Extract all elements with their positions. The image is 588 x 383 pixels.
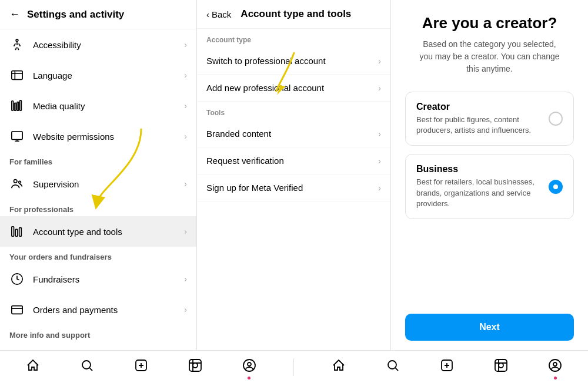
middle-item-add-professional[interactable]: Add new professional account › bbox=[197, 75, 390, 102]
creator-option-title: Creator bbox=[416, 102, 539, 112]
chevron-icon: › bbox=[184, 305, 187, 314]
next-button[interactable]: Next bbox=[405, 314, 574, 341]
chevron-icon: › bbox=[184, 274, 187, 284]
sidebar-item-label: Media quality bbox=[33, 101, 176, 111]
sidebar-item-language[interactable]: Language › bbox=[0, 60, 196, 90]
business-option-content: Business Best for retailers, local busin… bbox=[416, 164, 539, 209]
middle-item-branded-content[interactable]: Branded content › bbox=[197, 120, 390, 147]
chevron-icon: › bbox=[184, 70, 187, 80]
item-label: Request verification bbox=[206, 156, 378, 166]
svg-rect-6 bbox=[12, 132, 22, 140]
svg-point-8 bbox=[19, 181, 21, 183]
sidebar-item-account-type[interactable]: Account type and tools › bbox=[0, 216, 196, 247]
middle-item-request-verification[interactable]: Request verification › bbox=[197, 147, 390, 174]
creator-option-desc: Best for public figures, content produce… bbox=[416, 115, 539, 136]
sidebar-item-accessibility[interactable]: Accessibility › bbox=[0, 29, 196, 60]
nav-reels-left[interactable] bbox=[183, 356, 207, 378]
accessibility-icon bbox=[9, 37, 25, 52]
nav-profile-right[interactable] bbox=[543, 356, 567, 378]
nav-search-right[interactable] bbox=[381, 356, 405, 378]
left-header: ← Settings and activity bbox=[0, 0, 196, 29]
sidebar-item-orders-payments[interactable]: Orders and payments › bbox=[0, 294, 196, 325]
settings-list: Accessibility › Language › Media quality… bbox=[0, 29, 196, 350]
sidebar-item-label: Orders and payments bbox=[33, 305, 176, 315]
chevron-icon: › bbox=[184, 40, 187, 49]
chevron-icon: › bbox=[184, 101, 187, 110]
sidebar-item-label: Fundraisers bbox=[33, 274, 176, 284]
svg-rect-1 bbox=[12, 71, 22, 80]
svg-rect-10 bbox=[15, 229, 18, 236]
svg-point-7 bbox=[14, 180, 18, 183]
profile-dot-right bbox=[554, 377, 557, 379]
back-chevron-icon: ‹ bbox=[206, 9, 209, 19]
creator-radio[interactable] bbox=[549, 112, 563, 126]
sidebar-item-website-permissions[interactable]: Website permissions › bbox=[0, 121, 196, 152]
nav-profile-left[interactable] bbox=[238, 356, 261, 378]
add-icon bbox=[134, 358, 148, 376]
chevron-icon: › bbox=[378, 129, 381, 139]
sidebar-item-fundraisers[interactable]: Fundraisers › bbox=[0, 264, 196, 294]
middle-item-switch-professional[interactable]: Switch to professional account › bbox=[197, 48, 390, 75]
sidebar-item-supervision[interactable]: Supervision › bbox=[0, 169, 196, 199]
home-icon-right bbox=[332, 358, 346, 376]
svg-rect-9 bbox=[12, 227, 14, 237]
profile-icon bbox=[242, 358, 256, 376]
middle-section-account-type: Account type bbox=[197, 29, 390, 48]
middle-item-meta-verified[interactable]: Sign up for Meta Verified › bbox=[197, 174, 390, 201]
svg-rect-11 bbox=[19, 228, 22, 237]
chevron-icon: › bbox=[184, 179, 187, 189]
search-icon bbox=[80, 358, 94, 376]
fundraisers-icon bbox=[9, 271, 25, 287]
radio-inner-dot bbox=[553, 184, 558, 189]
section-label-support: More info and support bbox=[0, 325, 196, 342]
back-icon[interactable]: ← bbox=[9, 8, 20, 21]
chevron-icon: › bbox=[378, 156, 381, 166]
item-label: Sign up for Meta Verified bbox=[206, 183, 378, 193]
nav-add-left[interactable] bbox=[129, 356, 153, 378]
account-type-icon bbox=[9, 224, 25, 239]
business-option-card[interactable]: Business Best for retailers, local busin… bbox=[405, 154, 574, 219]
svg-rect-17 bbox=[189, 360, 201, 371]
sidebar-item-label: Account type and tools bbox=[33, 227, 176, 237]
sidebar-item-label: Accessibility bbox=[33, 40, 176, 50]
supervision-icon bbox=[9, 176, 25, 192]
svg-rect-2 bbox=[12, 101, 14, 111]
middle-header: ‹ Back Account type and tools bbox=[197, 0, 390, 29]
svg-point-24 bbox=[499, 363, 503, 368]
home-icon bbox=[26, 358, 40, 376]
creator-option-content: Creator Best for public figures, content… bbox=[416, 102, 539, 136]
chevron-icon: › bbox=[378, 183, 381, 193]
nav-add-right[interactable] bbox=[435, 356, 459, 378]
left-panel: ← Settings and activity Accessibility › bbox=[0, 0, 197, 350]
sidebar-item-media-quality[interactable]: Media quality › bbox=[0, 90, 196, 121]
item-label: Switch to professional account bbox=[206, 56, 378, 66]
sidebar-item-label: Supervision bbox=[33, 179, 176, 189]
svg-point-0 bbox=[16, 39, 18, 42]
nav-home-left[interactable] bbox=[21, 356, 45, 378]
nav-divider bbox=[293, 358, 294, 376]
left-panel-title: Settings and activity bbox=[27, 9, 124, 21]
back-button[interactable]: ‹ Back bbox=[206, 9, 231, 19]
profile-dot bbox=[248, 377, 250, 379]
svg-point-21 bbox=[388, 361, 396, 369]
nav-reels-right[interactable] bbox=[489, 356, 513, 378]
svg-rect-13 bbox=[12, 306, 22, 314]
section-label-orders: Your orders and fundraisers bbox=[0, 247, 196, 264]
right-panel: Are you a creator? Based on the category… bbox=[391, 0, 588, 350]
language-icon bbox=[9, 68, 25, 83]
svg-point-26 bbox=[553, 362, 557, 366]
sidebar-item-help[interactable]: Help › bbox=[0, 342, 196, 350]
nav-home-right[interactable] bbox=[327, 356, 350, 378]
right-panel-subtitle: Based on the category you selected, you … bbox=[405, 38, 574, 75]
svg-rect-23 bbox=[495, 360, 507, 371]
nav-search-left[interactable] bbox=[75, 356, 99, 378]
media-quality-icon bbox=[9, 98, 25, 113]
business-radio[interactable] bbox=[549, 180, 563, 194]
back-label: Back bbox=[212, 9, 231, 19]
section-label-families: For families bbox=[0, 152, 196, 169]
creator-option-card[interactable]: Creator Best for public figures, content… bbox=[405, 92, 574, 146]
chevron-icon: › bbox=[184, 132, 187, 141]
svg-rect-3 bbox=[14, 103, 16, 110]
search-icon-right bbox=[386, 358, 400, 376]
svg-rect-4 bbox=[17, 102, 19, 111]
